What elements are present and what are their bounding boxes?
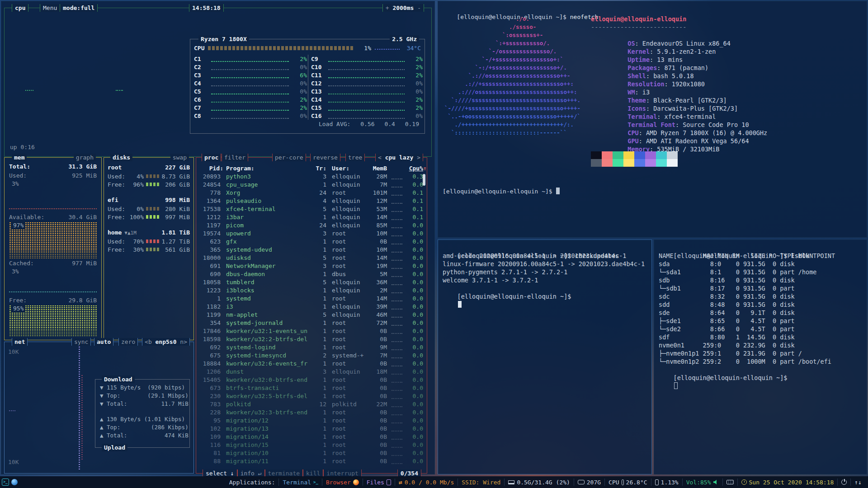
process-row[interactable]: 1212 i3bar 1 elloquin 14M 0.1 <box>200 213 423 221</box>
process-row[interactable]: 102 migration/13 1 root 0B 0.0 <box>200 424 423 432</box>
proc-scrollbar[interactable] <box>423 174 425 186</box>
proc-header-program[interactable]: Program: <box>223 165 316 172</box>
proc-header-mem[interactable]: MemB <box>365 165 387 172</box>
process-pid: 116 <box>200 441 223 448</box>
network-throughput[interactable]: ⇄ 0.0 / 0.0 Mb/s <box>395 479 458 486</box>
process-row[interactable]: 365 systemd-udevd 1 root 10M 0.0 <box>200 245 423 253</box>
process-row[interactable]: 783 polkitd 12 polkitd 22M 0.0 <box>200 400 423 408</box>
process-row[interactable]: 691 NetworkManager 3 root 19M 0.0 <box>200 262 423 270</box>
iface-prev-button[interactable]: <b <box>145 338 152 345</box>
net-tab-sync[interactable]: sync <box>71 338 91 346</box>
process-row[interactable]: 228 kworker/u32:3-btrfs-end 1 root 0B 0.… <box>200 408 423 416</box>
process-row[interactable]: 1182 i3 1 elloquin 39M 0.0 <box>200 302 423 310</box>
checkupdates-terminal[interactable]: [elloquin@elloquin-elloquin ~]$ checkupd… <box>438 239 652 474</box>
mem-graph-tab[interactable]: graph <box>74 154 96 161</box>
net-tab-auto[interactable]: auto <box>94 338 113 346</box>
process-program: kworker/u32:1-events_un <box>223 328 316 334</box>
ssid-indicator[interactable]: SSID: Wired <box>458 479 504 486</box>
mode-toggle[interactable]: mode:full <box>60 4 98 12</box>
blockdev-line: └─sda1 8:1 0 931.5G 0 part /home <box>659 268 862 276</box>
process-cpu-graph <box>392 461 402 464</box>
process-row[interactable]: 623 gfx 1 root 0B 0.0 <box>200 237 423 245</box>
sort-prev-arrow[interactable]: < <box>378 154 382 161</box>
process-row[interactable]: 95 migration/12 1 root 0B 0.0 <box>200 416 423 424</box>
process-row[interactable]: 1 systemd 1 root 14M 0.0 <box>200 294 423 302</box>
interval-increase[interactable]: - <box>417 5 421 11</box>
process-row[interactable]: 88 migration/11 1 root 0B 0.0 <box>200 457 423 465</box>
iface-name: enp5s0 <box>156 338 177 345</box>
cpu-load-indicator[interactable]: 1.13% <box>651 479 682 486</box>
process-row[interactable]: 1199 nm-applet 5 elloquin 46M 0.0 <box>200 310 423 319</box>
process-row[interactable]: 20893 python3 3 elloquin 28M 0.3 <box>200 172 423 180</box>
process-row[interactable]: 17846 kworker/u32:1-events_un 1 root 0B … <box>200 327 423 335</box>
process-row[interactable]: 18000 udisksd 5 root 14M 0.0 <box>200 253 423 262</box>
process-row[interactable]: 19574 upowerd 3 root 10M 0.0 <box>200 229 423 237</box>
process-row[interactable]: 675 systemd-timesyncd 2 systemd-+ 7M 0.0 <box>200 351 423 359</box>
swap-tab[interactable]: swap <box>170 154 189 161</box>
mem-box-title[interactable]: mem <box>12 154 27 161</box>
tray-app-icon[interactable] <box>11 479 18 485</box>
proc-header-pid[interactable]: Pid: <box>200 165 223 172</box>
process-row[interactable]: 18598 kworker/u32:2-btrfs-del 1 root 0B … <box>200 335 423 343</box>
browser-launcher[interactable]: Browser <box>322 479 363 486</box>
proc-header-cpu[interactable]: Cpu% <box>404 165 423 172</box>
process-row[interactable]: 17538 xfce4-terminal 5 elloquin 53M 0.1 <box>200 205 423 213</box>
keyboard-layout[interactable] <box>722 479 737 486</box>
nm-applet[interactable]: ↑↓ <box>850 479 865 486</box>
process-row[interactable]: 692 systemd-logind 1 root 9M 0.0 <box>200 343 423 351</box>
menu-button[interactable]: Menu <box>40 4 60 12</box>
ascii-art-line: `-/ossssssssssssso/. <box>444 47 580 56</box>
terminal-launcher[interactable]: Terminal >_ <box>278 479 321 486</box>
load-1m: 0.56 <box>360 121 374 127</box>
tray-terminal-icon[interactable]: >_ <box>2 479 9 486</box>
process-row[interactable]: 18884 kworker/u32:6-events_fr 1 root 0B … <box>200 359 423 367</box>
process-row[interactable]: 18058 tumblerd 5 elloquin 36M 0.0 <box>200 278 423 286</box>
datetime-indicator[interactable]: Sun 25 Oct 2020 14:58:18 <box>737 479 838 486</box>
process-row[interactable]: 690 dbus-daemon 1 dbus 5M 0.0 <box>200 270 423 278</box>
proc-tab-reverse[interactable]: reverse <box>310 154 340 161</box>
files-launcher[interactable]: Files <box>363 479 395 486</box>
neofetch-info-row: OS: EndeavourOS Linux x86_64 <box>591 31 767 39</box>
iface-next-button[interactable]: n> <box>180 338 187 345</box>
disks-box-title[interactable]: disks <box>110 154 132 161</box>
proc-header-threads[interactable]: Tr: <box>316 165 326 172</box>
process-row[interactable]: 15405 kworker/u32:0-btrfs-end 1 root 0B … <box>200 375 423 384</box>
proc-tab-filter[interactable]: filter <box>222 154 248 161</box>
process-row[interactable]: 24854 cpu_usage 1 elloquin 7M 0.0 <box>200 180 423 188</box>
process-row[interactable]: 354 systemd-journald 1 root 72M 0.0 <box>200 319 423 327</box>
interval-decrease[interactable]: + <box>386 5 389 11</box>
process-user: elloquin <box>326 206 365 212</box>
cpu-box-title[interactable]: cpu <box>12 4 28 12</box>
process-row[interactable]: 116 migration/15 1 root 0B 0.0 <box>200 441 423 449</box>
process-row[interactable]: 778 Xorg 24 root 101M 0.1 <box>200 188 423 197</box>
process-row[interactable]: 81 migration/10 1 root 0B 0.0 <box>200 449 423 457</box>
process-row[interactable]: 673 btrfs-transacti 1 root 0B 0.0 <box>200 384 423 392</box>
proc-tab-tree[interactable]: tree <box>345 154 365 161</box>
net-scale-bottom: 10K <box>8 459 19 465</box>
power-button[interactable] <box>837 479 850 486</box>
net-tab-zero[interactable]: zero <box>118 338 138 346</box>
bpytop-window[interactable]: cpu Menu mode:full 14:58:18 + 2000ms - R… <box>1 1 435 474</box>
net-box-title[interactable]: net <box>12 338 28 346</box>
cpu-temp-indicator[interactable]: CPU 26.8°C <box>604 479 651 486</box>
mem-free-value: 29.8 GiB <box>68 297 97 305</box>
process-row[interactable]: 1223 i3blocks 1 elloquin 2M 0.0 <box>200 286 423 294</box>
sort-next-arrow[interactable]: > <box>417 154 420 161</box>
proc-box-title[interactable]: proc <box>202 154 221 161</box>
neofetch-terminal[interactable]: [elloquin@elloquin-elloquin ~]$ neofetch… <box>438 1 867 238</box>
volume-indicator[interactable]: Vol:85% <box>682 479 722 486</box>
process-row[interactable]: 1206 dunst 3 elloquin 18M 0.0 <box>200 367 423 375</box>
cpu-model: Ryzen 7 1800X <box>198 35 249 43</box>
process-row[interactable]: 109 migration/14 1 root 0B 0.0 <box>200 432 423 441</box>
process-row[interactable]: 1197 picom 24 elloquin 85M 0.0 <box>200 221 423 229</box>
process-row[interactable]: 1364 pulseaudio 4 elloquin 12M 0.1 <box>200 197 423 205</box>
process-row[interactable]: 230 kworker/u32:5-btrfs-del 1 root 0B 0.… <box>200 392 423 400</box>
proc-tab-per-core[interactable]: per-core <box>272 154 306 161</box>
disk-indicator[interactable]: 207G <box>574 479 604 486</box>
proc-header-user[interactable]: User: <box>326 165 365 172</box>
applications-launcher[interactable]: Applications: <box>226 479 279 486</box>
memory-indicator[interactable]: 0.5G/31.4G (2%) <box>504 479 573 486</box>
info-label: Uptime <box>627 56 650 63</box>
core-usage-pct: 2% <box>292 96 307 103</box>
lsblk-terminal[interactable]: [elloquin@elloquin-elloquin ~]$ lsblk NA… <box>654 239 867 474</box>
